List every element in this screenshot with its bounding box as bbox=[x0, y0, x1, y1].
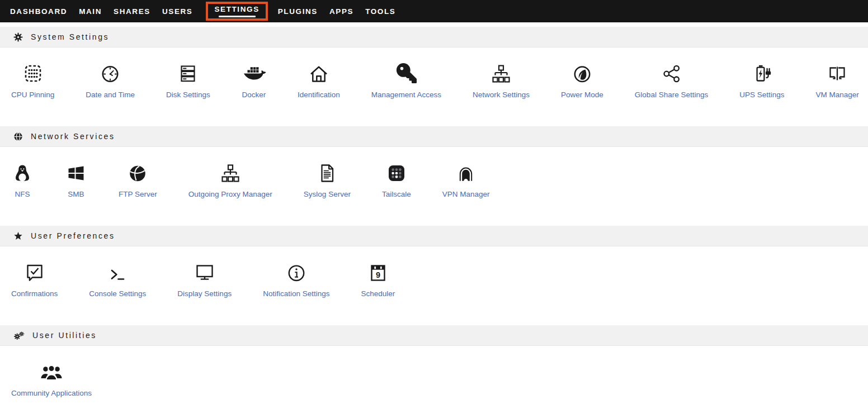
settings-item-label: Disk Settings bbox=[166, 90, 210, 100]
settings-item-nfs[interactable]: NFS bbox=[1, 160, 44, 199]
sitemap-icon bbox=[219, 160, 242, 184]
settings-item-label: NFS bbox=[15, 189, 30, 199]
nav-item-users[interactable]: USERS bbox=[162, 0, 193, 22]
tux-icon bbox=[11, 160, 34, 184]
settings-item-identification[interactable]: Identification bbox=[287, 60, 350, 100]
settings-item-global-share-settings[interactable]: Global Share Settings bbox=[625, 60, 718, 100]
nav-item-label: MAIN bbox=[79, 7, 102, 16]
settings-page: System SettingsCPU PinningDate and TimeD… bbox=[0, 27, 868, 404]
comment-check-icon bbox=[23, 259, 46, 284]
settings-item-label: Syslog Server bbox=[304, 189, 351, 199]
settings-item-confirmations[interactable]: Confirmations bbox=[1, 259, 68, 299]
settings-item-docker[interactable]: Docker bbox=[232, 60, 276, 100]
settings-item-notification-settings[interactable]: Notification Settings bbox=[253, 259, 339, 299]
settings-item-label: SMB bbox=[68, 189, 84, 199]
settings-item-label: Scheduler bbox=[361, 289, 395, 299]
settings-item-vm-manager[interactable]: VM Manager bbox=[806, 60, 868, 100]
nav-item-label: USERS bbox=[162, 7, 193, 16]
gear-icon bbox=[13, 32, 23, 42]
globe-solid-icon bbox=[126, 160, 149, 184]
docker-whale-icon bbox=[242, 60, 266, 85]
settings-item-label: Outgoing Proxy Manager bbox=[188, 189, 272, 199]
nav-item-shares[interactable]: SHARES bbox=[114, 0, 150, 22]
nav-item-label: APPS bbox=[329, 7, 353, 16]
settings-item-syslog-server[interactable]: Syslog Server bbox=[294, 160, 361, 199]
settings-item-smb[interactable]: SMB bbox=[55, 160, 97, 199]
settings-item-tailscale[interactable]: Tailscale bbox=[372, 160, 421, 199]
terminal-icon bbox=[106, 259, 129, 284]
log-file-icon bbox=[316, 160, 338, 184]
settings-item-label: Network Settings bbox=[473, 90, 530, 100]
section-header-system-settings: System Settings bbox=[0, 27, 868, 47]
nav-item-tools[interactable]: TOOLS bbox=[365, 0, 395, 22]
settings-item-power-mode[interactable]: Power Mode bbox=[551, 60, 614, 100]
settings-item-ups-settings[interactable]: UPS Settings bbox=[729, 60, 794, 100]
settings-item-label: Community Applications bbox=[11, 388, 92, 398]
section-header-network-services: Network Services bbox=[0, 126, 868, 147]
section-title: System Settings bbox=[31, 32, 109, 41]
settings-item-label: Display Settings bbox=[177, 289, 232, 299]
settings-item-network-settings[interactable]: Network Settings bbox=[463, 60, 540, 100]
settings-item-label: Tailscale bbox=[382, 189, 411, 199]
gears-icon bbox=[13, 331, 25, 340]
settings-item-label: Date and Time bbox=[86, 90, 135, 100]
section-content-system-settings: CPU PinningDate and TimeDisk SettingsDoc… bbox=[0, 47, 868, 126]
settings-item-label: FTP Server bbox=[119, 189, 157, 199]
vpn-hood-icon bbox=[455, 160, 477, 184]
nav-item-settings[interactable]: SETTINGS bbox=[206, 2, 267, 21]
disks-icon bbox=[177, 60, 199, 85]
settings-item-community-applications[interactable]: Community Applications bbox=[1, 359, 102, 398]
users-group-icon bbox=[39, 359, 64, 383]
settings-item-display-settings[interactable]: Display Settings bbox=[167, 259, 242, 299]
settings-item-cpu-pinning[interactable]: CPU Pinning bbox=[1, 60, 64, 100]
settings-item-label: Confirmations bbox=[11, 289, 58, 299]
section-title: Network Services bbox=[31, 132, 115, 141]
nav-item-label: SETTINGS bbox=[214, 5, 259, 17]
section-header-user-preferences: User Preferences bbox=[0, 226, 868, 246]
nav-item-label: SHARES bbox=[114, 7, 150, 16]
clock-icon bbox=[99, 60, 121, 85]
settings-item-label: Power Mode bbox=[561, 90, 603, 100]
home-icon bbox=[308, 60, 330, 85]
sitemap-icon bbox=[490, 60, 512, 85]
nav-item-plugins[interactable]: PLUGINS bbox=[278, 0, 318, 22]
settings-item-label: VPN Manager bbox=[442, 189, 490, 199]
settings-item-label: Docker bbox=[242, 90, 266, 100]
settings-item-ftp-server[interactable]: FTP Server bbox=[108, 160, 167, 199]
monitor-icon bbox=[194, 259, 216, 284]
svg-text:9: 9 bbox=[376, 270, 380, 279]
settings-item-label: Global Share Settings bbox=[635, 90, 708, 100]
leaf-circle-icon bbox=[571, 60, 593, 85]
settings-item-date-and-time[interactable]: Date and Time bbox=[76, 60, 145, 100]
vm-screens-icon bbox=[826, 60, 848, 85]
tailscale-icon bbox=[385, 160, 408, 184]
settings-item-management-access[interactable]: Management Access bbox=[361, 60, 451, 100]
settings-item-label: Console Settings bbox=[89, 289, 146, 299]
settings-item-console-settings[interactable]: Console Settings bbox=[79, 259, 156, 299]
calendar-icon: 9 bbox=[367, 259, 389, 284]
section-title: User Preferences bbox=[31, 231, 115, 240]
nav-item-dashboard[interactable]: DASHBOARD bbox=[10, 0, 67, 22]
nav-item-main[interactable]: MAIN bbox=[79, 0, 102, 22]
settings-item-label: Management Access bbox=[371, 90, 441, 100]
settings-item-disk-settings[interactable]: Disk Settings bbox=[156, 60, 220, 100]
cpu-pinning-icon bbox=[22, 60, 44, 85]
settings-item-label: VM Manager bbox=[816, 90, 859, 100]
settings-item-label: Notification Settings bbox=[263, 289, 329, 299]
section-content-user-utilities: Community Applications bbox=[0, 346, 868, 404]
globe-icon bbox=[13, 132, 23, 141]
settings-item-label: Identification bbox=[298, 90, 340, 100]
settings-item-vpn-manager[interactable]: VPN Manager bbox=[432, 160, 500, 199]
info-circle-icon bbox=[285, 259, 308, 284]
section-header-user-utilities: User Utilities bbox=[0, 325, 868, 346]
nav-item-label: DASHBOARD bbox=[10, 7, 67, 16]
section-title: User Utilities bbox=[32, 331, 97, 340]
settings-item-label: CPU Pinning bbox=[11, 90, 54, 100]
settings-item-outgoing-proxy-manager[interactable]: Outgoing Proxy Manager bbox=[178, 160, 282, 199]
section-content-user-preferences: ConfirmationsConsole SettingsDisplay Set… bbox=[0, 246, 868, 325]
section-content-network-services: NFSSMBFTP ServerOutgoing Proxy ManagerSy… bbox=[0, 147, 868, 226]
nav-item-apps[interactable]: APPS bbox=[329, 0, 353, 22]
settings-item-scheduler[interactable]: 9Scheduler bbox=[351, 259, 405, 299]
settings-item-label: UPS Settings bbox=[739, 90, 784, 100]
key-icon bbox=[395, 60, 417, 85]
